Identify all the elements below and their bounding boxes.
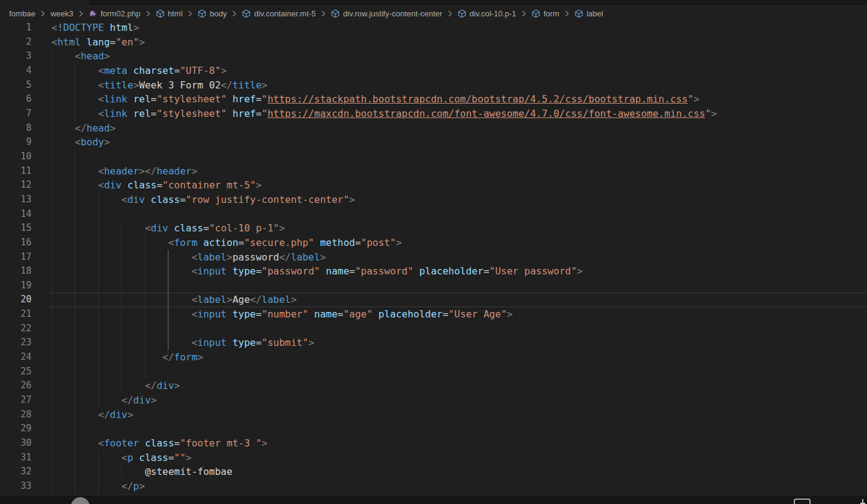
chevron-right-icon (446, 10, 454, 18)
line-number[interactable]: 19 (0, 279, 32, 293)
line-number[interactable]: 9 (0, 135, 32, 150)
line-number[interactable]: 17 (0, 250, 32, 265)
line-number[interactable]: 10 (0, 150, 32, 164)
code-line[interactable]: 11 <header></header> (0, 164, 867, 179)
breadcrumb-item-body[interactable]: body (198, 9, 227, 18)
line-number[interactable]: 15 (0, 221, 32, 236)
symbol-cube-icon (198, 9, 207, 18)
line-number[interactable]: 21 (0, 307, 32, 322)
line-number[interactable]: 32 (0, 465, 32, 479)
code-line[interactable]: 31 <p class=""> (0, 451, 867, 465)
line-number[interactable]: 16 (0, 236, 32, 250)
code-line[interactable]: 12 <div class="container mt-5"> (0, 178, 867, 193)
line-number[interactable]: 14 (0, 207, 32, 222)
line-number[interactable]: 20 (0, 293, 32, 307)
code-line[interactable]: 23 <input type="submit"> (0, 336, 867, 350)
line-number[interactable]: 26 (0, 379, 32, 393)
breadcrumb-item-div-col-10-p-1[interactable]: div.col-10.p-1 (457, 9, 516, 18)
code-line[interactable]: 30 <footer class="footer mt-3 "> (0, 436, 867, 451)
code-line[interactable]: 18 <input type="password" name="password… (0, 264, 867, 279)
code-line[interactable]: 4 <meta charset="UTF-8"> (0, 64, 867, 78)
code-line[interactable]: 8 </head> (0, 121, 867, 136)
code-line[interactable]: 26 </div> (0, 379, 867, 393)
code-line-content: <form action="secure.php" method="post"> (51, 236, 402, 250)
code-line[interactable]: 17 <label>password</label> (0, 250, 867, 265)
line-number[interactable]: 24 (0, 350, 32, 365)
line-number[interactable]: 3 (0, 49, 32, 64)
code-line[interactable]: 22 (0, 322, 867, 336)
indent-guide (51, 150, 52, 164)
breadcrumb-label: form (543, 9, 559, 18)
line-number[interactable]: 33 (0, 479, 32, 494)
line-number[interactable]: 23 (0, 336, 32, 350)
code-line[interactable]: 10 (0, 150, 867, 164)
line-number[interactable]: 27 (0, 393, 32, 408)
code-line[interactable]: 1<!DOCTYPE html> (0, 21, 867, 35)
code-token: href (233, 93, 256, 105)
active-tab-bottom[interactable] (0, 0, 89, 6)
line-number[interactable]: 25 (0, 365, 32, 379)
code-line[interactable]: 3 <head> (0, 49, 867, 64)
code-token: < (122, 452, 128, 463)
line-number[interactable]: 18 (0, 264, 32, 279)
indent-guide (51, 322, 52, 336)
code-line[interactable]: 19 (0, 279, 867, 293)
code-token (227, 108, 233, 119)
breadcrumb-item-div-row-justify-content-center[interactable]: div.row.justify-content-center (331, 9, 442, 18)
breadcrumb-item-fombae[interactable]: fombae (9, 9, 35, 18)
code-line[interactable]: 16 <form action="secure.php" method="pos… (0, 236, 867, 250)
code-line[interactable]: 27 </div> (0, 393, 867, 408)
code-token: "age" (344, 308, 373, 320)
code-token: > (151, 394, 157, 406)
breadcrumb-item-label[interactable]: label (574, 9, 603, 18)
breadcrumb-item-form02-php[interactable]: form02.php (88, 9, 141, 18)
line-number[interactable]: 13 (0, 193, 32, 207)
code-line[interactable]: 15 <div class="col-10 p-1"> (0, 221, 867, 236)
code-line[interactable]: 9 <body> (0, 135, 867, 150)
code-line[interactable]: 32 @steemit-fombae (0, 465, 867, 479)
code-line[interactable]: 5 <title>Week 3 Form 02</title> (0, 78, 867, 93)
line-number[interactable]: 31 (0, 451, 32, 465)
code-line[interactable]: 29 (0, 422, 867, 436)
code-token: head (87, 122, 110, 134)
line-number[interactable]: 4 (0, 64, 32, 78)
breadcrumb-item-html[interactable]: html (156, 9, 183, 18)
code-line-content: <div class="row justify-content-center"> (51, 193, 355, 207)
code-line[interactable]: 14 (0, 207, 867, 222)
code-line[interactable]: 13 <div class="row justify-content-cente… (0, 193, 867, 207)
code-line[interactable]: 33 </p> (0, 479, 867, 494)
code-line[interactable]: 28 </div> (0, 408, 867, 422)
line-number[interactable]: 30 (0, 436, 32, 451)
code-line[interactable]: 2<html lang="en"> (0, 35, 867, 50)
line-number[interactable]: 5 (0, 78, 32, 93)
code-line-content: <input type="submit"> (51, 336, 314, 350)
code-line[interactable]: 7 <link rel="stylesheet" href="https://m… (0, 107, 867, 121)
line-number[interactable]: 1 (0, 21, 32, 35)
line-number[interactable]: 22 (0, 322, 32, 336)
line-number[interactable]: 8 (0, 121, 32, 136)
code-line[interactable]: 21 <input type="number" name="age" place… (0, 307, 867, 322)
code-line[interactable]: 6 <link rel="stylesheet" href="https://s… (0, 92, 867, 107)
line-number[interactable]: 28 (0, 408, 32, 422)
code-token: < (168, 237, 174, 248)
code-token: > (104, 136, 110, 148)
code-token: !DOCTYPE (58, 22, 104, 33)
line-number[interactable]: 11 (0, 164, 32, 179)
line-number[interactable]: 2 (0, 35, 32, 50)
breadcrumb-item-div-container-mt-5[interactable]: div.container.mt-5 (242, 9, 316, 18)
breadcrumb-item-week3[interactable]: week3 (50, 9, 73, 18)
breadcrumb-item-form[interactable]: form (531, 9, 559, 18)
line-number[interactable]: 29 (0, 422, 32, 436)
code-token: < (191, 251, 198, 263)
code-line[interactable]: 25 (0, 365, 867, 379)
keyboard-icon[interactable] (794, 499, 811, 504)
code-token: </ (162, 351, 174, 363)
code-token: https://stackpath.bootstrapcdn.com/boots… (267, 93, 688, 105)
code-line[interactable]: 24 </form> (0, 350, 867, 365)
line-number[interactable]: 6 (0, 92, 32, 107)
line-number[interactable]: 7 (0, 107, 32, 121)
code-line-content: <link rel="stylesheet" href="https://max… (51, 107, 717, 121)
line-number[interactable]: 12 (0, 178, 32, 193)
code-line[interactable]: 20 <label>Age</label> (0, 293, 867, 307)
code-editor[interactable]: 1<!DOCTYPE html>2<html lang="en">3 <head… (0, 21, 867, 495)
